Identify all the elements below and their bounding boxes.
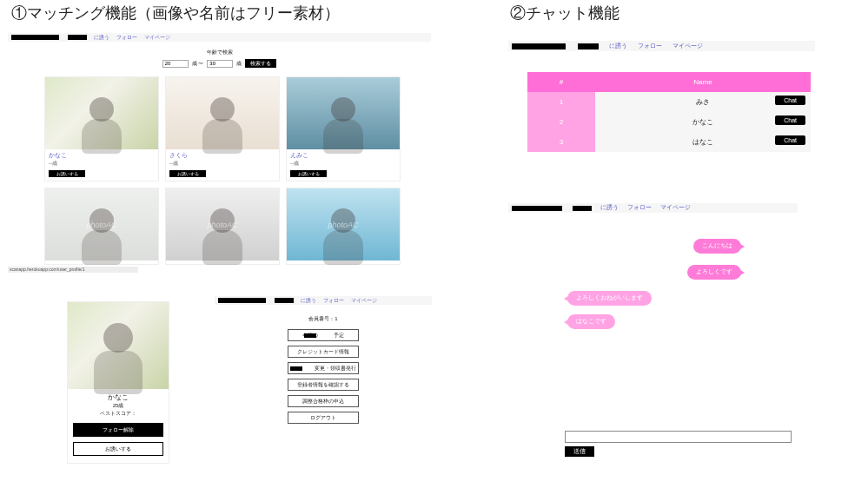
chat-table: # Name 1 みさ Chat 2 かなこ Chat 3 はなこ Chat	[527, 72, 811, 152]
menu-item-label: 登録者情報を確認する	[297, 382, 349, 388]
row-name-cell: かなこ Chat	[595, 112, 811, 132]
invite-button[interactable]: お誘いする	[73, 442, 163, 456]
match-card[interactable]: さくら --歳 お誘いする	[165, 76, 280, 181]
row-name: はなこ	[692, 138, 713, 146]
menu-item[interactable]: クレジットカード情報	[288, 346, 359, 358]
chat-bubble: よろしくおねがいします	[567, 291, 652, 306]
match-grid: かなこ --歳 お誘いする さくら --歳 お誘いする えみこ --歳 お誘いす…	[44, 76, 418, 265]
nav-invite[interactable]: に誘う	[609, 42, 627, 50]
age-unit-to: 歳	[236, 60, 242, 68]
menu-title: 会員番号：1	[308, 315, 337, 323]
brand-block	[512, 43, 566, 49]
age-to-input[interactable]	[207, 60, 233, 68]
match-card[interactable]: photoAC	[165, 188, 280, 265]
navbar: に誘う フォロー マイページ	[508, 41, 815, 51]
menu-item[interactable]: ログアウト	[288, 412, 359, 424]
menu-item[interactable]: 変更・領収書発行	[288, 362, 359, 374]
chat-button[interactable]: Chat	[775, 115, 805, 125]
nav-invite[interactable]: に誘う	[600, 204, 619, 212]
profile-photo	[287, 77, 400, 149]
chat-button[interactable]: Chat	[775, 135, 805, 145]
row-name-cell: はなこ Chat	[595, 132, 811, 152]
chat-bubble: はなこです	[567, 314, 615, 329]
row-name: みさ	[696, 98, 710, 106]
profile-photo: photoAC	[45, 188, 158, 260]
user-block	[573, 206, 592, 211]
invite-button[interactable]: お誘いする	[169, 170, 206, 177]
match-card[interactable]: photoAC	[286, 188, 401, 265]
nav-follow[interactable]: フォロー	[627, 204, 652, 212]
profile-photo	[166, 77, 279, 149]
redacted-block	[290, 366, 302, 371]
menu-item[interactable]: 調整合格枠の申込	[288, 395, 359, 407]
nav-invite[interactable]: に誘う	[301, 297, 316, 305]
matching-panel: に誘う フォロー マイページ 年齢で検索 歳 〜 歳 検索する かなこ --歳 …	[8, 33, 431, 265]
chat-input[interactable]	[565, 431, 792, 443]
row-name-cell: みさ Chat	[595, 92, 811, 112]
nav-mypage[interactable]: マイページ	[144, 34, 170, 42]
card-age: --歳	[45, 160, 158, 168]
menu-item[interactable]: 登録者情報を確認する	[288, 379, 359, 391]
chat-button[interactable]: Chat	[775, 96, 805, 105]
profile-photo: photoAC	[166, 188, 279, 260]
card-age: --歳	[166, 160, 279, 168]
search-label: 年齢で検索	[8, 49, 431, 56]
match-card[interactable]: えみこ --歳 お誘いする	[286, 76, 401, 181]
navbar: に誘う フォロー マイページ	[215, 296, 432, 305]
chat-bubble: よろしくです	[687, 265, 741, 280]
row-idx: 2	[527, 112, 595, 132]
row-name: かなこ	[692, 118, 713, 126]
match-card[interactable]: かなこ --歳 お誘いする	[44, 76, 159, 181]
invite-button[interactable]: お誘いする	[49, 170, 85, 177]
profile-age: 25歳	[68, 402, 169, 410]
chat-bubble: こんにちは	[693, 239, 741, 254]
chat-thread-panel: に誘う フォロー マイページ こんにちは よろしくです よろしくおねがいします …	[508, 203, 798, 425]
row-idx: 3	[527, 132, 595, 152]
nav-mypage[interactable]: マイページ	[673, 42, 703, 50]
row-idx: 1	[527, 92, 595, 112]
user-block	[68, 35, 87, 40]
table-row: 3 はなこ Chat	[527, 132, 811, 152]
brand-block	[512, 206, 562, 211]
send-button[interactable]: 送信	[565, 446, 594, 457]
table-row: 1 みさ Chat	[527, 92, 811, 112]
chatlist-panel: に誘う フォロー マイページ # Name 1 みさ Chat 2 かなこ Ch…	[508, 41, 815, 152]
navbar: に誘う フォロー マイページ	[8, 33, 431, 42]
user-block	[275, 298, 294, 303]
table-row: 2 かなこ Chat	[527, 112, 811, 132]
brand-block	[218, 298, 266, 303]
nav-mypage[interactable]: マイページ	[351, 297, 377, 305]
age-unit-from: 歳 〜	[192, 60, 204, 68]
status-bar: scanapp.herokuapp.com/user_profile/1	[8, 267, 138, 273]
match-card[interactable]: photoAC	[44, 188, 159, 265]
nav-mypage[interactable]: マイページ	[660, 204, 691, 212]
table-head: # Name	[527, 72, 811, 92]
section-title-chat: ②チャット機能	[510, 3, 620, 23]
search-button[interactable]: 検索する	[245, 59, 276, 68]
unfollow-button[interactable]: フォロー解除	[73, 423, 163, 437]
col-idx-head: #	[527, 72, 595, 92]
nav-invite[interactable]: に誘う	[94, 34, 109, 42]
bubble-text: こんにちは	[702, 242, 732, 248]
menu-item-label: 調整合格枠の申込	[302, 399, 344, 405]
nav-follow[interactable]: フォロー	[323, 297, 344, 305]
bubble-text: よろしくおねがいします	[576, 294, 643, 300]
age-from-input[interactable]	[162, 60, 189, 68]
profile-photo	[45, 77, 158, 149]
profile-photo: photoAC	[287, 188, 400, 260]
col-name-head: Name	[595, 72, 811, 92]
user-block	[578, 43, 599, 49]
nav-follow[interactable]: フォロー	[638, 42, 662, 50]
bubble-text: よろしくです	[696, 268, 732, 274]
section-title-matching: ①マッチング機能（画像や名前はフリー素材）	[11, 3, 340, 23]
nav-follow[interactable]: フォロー	[116, 34, 137, 42]
profile-photo-large	[68, 302, 169, 389]
thread: こんにちは よろしくです よろしくおねがいします はなこです	[508, 213, 798, 425]
menu-item[interactable]: 今後の 予定	[288, 329, 359, 341]
menu-item-label: 変更・領収書発行	[304, 366, 356, 372]
chat-input-row: 送信	[565, 431, 792, 457]
menu-item-label: クレジットカード情報	[297, 349, 349, 355]
brand-block	[11, 35, 59, 40]
invite-button[interactable]: お誘いする	[290, 170, 327, 177]
profile-panel: かなこ 25歳 ベストスコア： フォロー解除 お誘いする	[67, 301, 169, 464]
